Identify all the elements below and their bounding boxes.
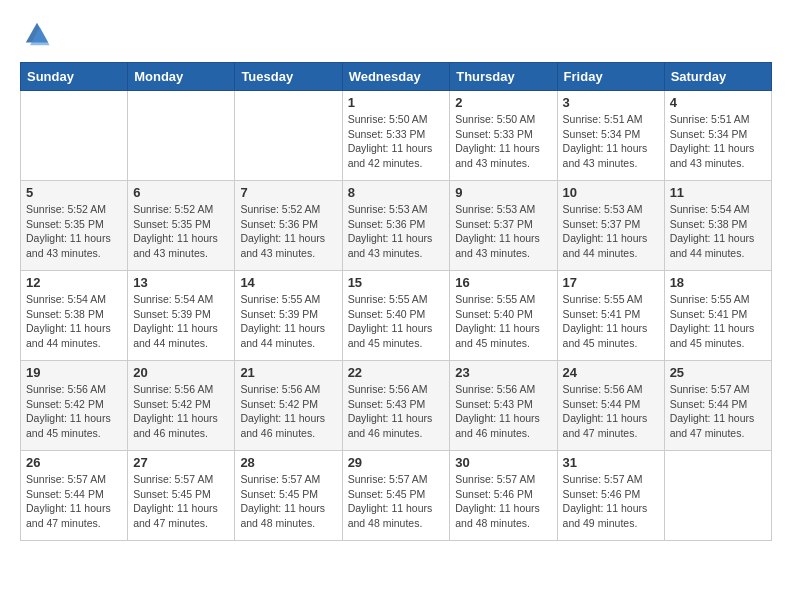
day-info: Sunrise: 5:57 AM Sunset: 5:45 PM Dayligh… [348, 472, 445, 531]
day-info: Sunrise: 5:52 AM Sunset: 5:36 PM Dayligh… [240, 202, 336, 261]
calendar-cell: 30Sunrise: 5:57 AM Sunset: 5:46 PM Dayli… [450, 451, 557, 541]
day-number: 16 [455, 275, 551, 290]
calendar-cell: 28Sunrise: 5:57 AM Sunset: 5:45 PM Dayli… [235, 451, 342, 541]
day-number: 7 [240, 185, 336, 200]
calendar-cell: 2Sunrise: 5:50 AM Sunset: 5:33 PM Daylig… [450, 91, 557, 181]
day-info: Sunrise: 5:52 AM Sunset: 5:35 PM Dayligh… [26, 202, 122, 261]
day-number: 2 [455, 95, 551, 110]
calendar-cell: 17Sunrise: 5:55 AM Sunset: 5:41 PM Dayli… [557, 271, 664, 361]
calendar-cell: 31Sunrise: 5:57 AM Sunset: 5:46 PM Dayli… [557, 451, 664, 541]
day-number: 18 [670, 275, 766, 290]
day-number: 26 [26, 455, 122, 470]
calendar-cell: 5Sunrise: 5:52 AM Sunset: 5:35 PM Daylig… [21, 181, 128, 271]
weekday-header-friday: Friday [557, 63, 664, 91]
day-number: 31 [563, 455, 659, 470]
day-number: 3 [563, 95, 659, 110]
day-number: 27 [133, 455, 229, 470]
calendar-cell: 4Sunrise: 5:51 AM Sunset: 5:34 PM Daylig… [664, 91, 771, 181]
day-info: Sunrise: 5:56 AM Sunset: 5:42 PM Dayligh… [133, 382, 229, 441]
weekday-header-sunday: Sunday [21, 63, 128, 91]
calendar-week-row: 5Sunrise: 5:52 AM Sunset: 5:35 PM Daylig… [21, 181, 772, 271]
day-number: 13 [133, 275, 229, 290]
weekday-header-tuesday: Tuesday [235, 63, 342, 91]
day-number: 12 [26, 275, 122, 290]
day-number: 10 [563, 185, 659, 200]
calendar-cell [128, 91, 235, 181]
calendar-cell: 13Sunrise: 5:54 AM Sunset: 5:39 PM Dayli… [128, 271, 235, 361]
day-info: Sunrise: 5:52 AM Sunset: 5:35 PM Dayligh… [133, 202, 229, 261]
day-number: 25 [670, 365, 766, 380]
day-number: 30 [455, 455, 551, 470]
calendar-cell: 29Sunrise: 5:57 AM Sunset: 5:45 PM Dayli… [342, 451, 450, 541]
calendar-cell: 23Sunrise: 5:56 AM Sunset: 5:43 PM Dayli… [450, 361, 557, 451]
day-number: 11 [670, 185, 766, 200]
day-info: Sunrise: 5:50 AM Sunset: 5:33 PM Dayligh… [455, 112, 551, 171]
calendar-week-row: 26Sunrise: 5:57 AM Sunset: 5:44 PM Dayli… [21, 451, 772, 541]
calendar-cell: 19Sunrise: 5:56 AM Sunset: 5:42 PM Dayli… [21, 361, 128, 451]
calendar-cell: 27Sunrise: 5:57 AM Sunset: 5:45 PM Dayli… [128, 451, 235, 541]
day-number: 24 [563, 365, 659, 380]
day-info: Sunrise: 5:53 AM Sunset: 5:36 PM Dayligh… [348, 202, 445, 261]
day-info: Sunrise: 5:53 AM Sunset: 5:37 PM Dayligh… [563, 202, 659, 261]
calendar-cell: 7Sunrise: 5:52 AM Sunset: 5:36 PM Daylig… [235, 181, 342, 271]
day-info: Sunrise: 5:54 AM Sunset: 5:38 PM Dayligh… [26, 292, 122, 351]
calendar-cell: 18Sunrise: 5:55 AM Sunset: 5:41 PM Dayli… [664, 271, 771, 361]
weekday-header-wednesday: Wednesday [342, 63, 450, 91]
calendar-cell [664, 451, 771, 541]
day-info: Sunrise: 5:57 AM Sunset: 5:45 PM Dayligh… [240, 472, 336, 531]
day-info: Sunrise: 5:50 AM Sunset: 5:33 PM Dayligh… [348, 112, 445, 171]
day-info: Sunrise: 5:56 AM Sunset: 5:42 PM Dayligh… [240, 382, 336, 441]
calendar-cell: 3Sunrise: 5:51 AM Sunset: 5:34 PM Daylig… [557, 91, 664, 181]
calendar-cell: 9Sunrise: 5:53 AM Sunset: 5:37 PM Daylig… [450, 181, 557, 271]
day-info: Sunrise: 5:56 AM Sunset: 5:43 PM Dayligh… [348, 382, 445, 441]
day-info: Sunrise: 5:53 AM Sunset: 5:37 PM Dayligh… [455, 202, 551, 261]
day-number: 20 [133, 365, 229, 380]
day-info: Sunrise: 5:51 AM Sunset: 5:34 PM Dayligh… [563, 112, 659, 171]
calendar-cell [235, 91, 342, 181]
day-number: 19 [26, 365, 122, 380]
day-number: 9 [455, 185, 551, 200]
day-number: 15 [348, 275, 445, 290]
day-number: 4 [670, 95, 766, 110]
day-number: 5 [26, 185, 122, 200]
calendar-cell: 24Sunrise: 5:56 AM Sunset: 5:44 PM Dayli… [557, 361, 664, 451]
calendar-cell: 15Sunrise: 5:55 AM Sunset: 5:40 PM Dayli… [342, 271, 450, 361]
day-info: Sunrise: 5:55 AM Sunset: 5:40 PM Dayligh… [455, 292, 551, 351]
day-number: 21 [240, 365, 336, 380]
calendar-cell: 22Sunrise: 5:56 AM Sunset: 5:43 PM Dayli… [342, 361, 450, 451]
day-info: Sunrise: 5:56 AM Sunset: 5:44 PM Dayligh… [563, 382, 659, 441]
calendar-cell: 11Sunrise: 5:54 AM Sunset: 5:38 PM Dayli… [664, 181, 771, 271]
day-number: 8 [348, 185, 445, 200]
calendar-cell: 12Sunrise: 5:54 AM Sunset: 5:38 PM Dayli… [21, 271, 128, 361]
day-info: Sunrise: 5:55 AM Sunset: 5:41 PM Dayligh… [563, 292, 659, 351]
calendar-week-row: 19Sunrise: 5:56 AM Sunset: 5:42 PM Dayli… [21, 361, 772, 451]
day-number: 22 [348, 365, 445, 380]
calendar-cell: 16Sunrise: 5:55 AM Sunset: 5:40 PM Dayli… [450, 271, 557, 361]
day-number: 29 [348, 455, 445, 470]
calendar-cell: 21Sunrise: 5:56 AM Sunset: 5:42 PM Dayli… [235, 361, 342, 451]
day-info: Sunrise: 5:57 AM Sunset: 5:46 PM Dayligh… [455, 472, 551, 531]
day-number: 1 [348, 95, 445, 110]
weekday-header-saturday: Saturday [664, 63, 771, 91]
day-info: Sunrise: 5:56 AM Sunset: 5:42 PM Dayligh… [26, 382, 122, 441]
day-info: Sunrise: 5:55 AM Sunset: 5:40 PM Dayligh… [348, 292, 445, 351]
day-info: Sunrise: 5:56 AM Sunset: 5:43 PM Dayligh… [455, 382, 551, 441]
day-number: 6 [133, 185, 229, 200]
calendar-cell: 1Sunrise: 5:50 AM Sunset: 5:33 PM Daylig… [342, 91, 450, 181]
calendar-week-row: 1Sunrise: 5:50 AM Sunset: 5:33 PM Daylig… [21, 91, 772, 181]
day-info: Sunrise: 5:57 AM Sunset: 5:44 PM Dayligh… [670, 382, 766, 441]
logo-icon [23, 20, 51, 48]
day-info: Sunrise: 5:57 AM Sunset: 5:46 PM Dayligh… [563, 472, 659, 531]
day-info: Sunrise: 5:54 AM Sunset: 5:39 PM Dayligh… [133, 292, 229, 351]
calendar-cell: 26Sunrise: 5:57 AM Sunset: 5:44 PM Dayli… [21, 451, 128, 541]
calendar-cell: 25Sunrise: 5:57 AM Sunset: 5:44 PM Dayli… [664, 361, 771, 451]
day-number: 17 [563, 275, 659, 290]
weekday-header-row: SundayMondayTuesdayWednesdayThursdayFrid… [21, 63, 772, 91]
day-number: 28 [240, 455, 336, 470]
day-info: Sunrise: 5:55 AM Sunset: 5:39 PM Dayligh… [240, 292, 336, 351]
calendar-cell: 10Sunrise: 5:53 AM Sunset: 5:37 PM Dayli… [557, 181, 664, 271]
weekday-header-thursday: Thursday [450, 63, 557, 91]
logo [20, 20, 51, 52]
day-number: 14 [240, 275, 336, 290]
day-info: Sunrise: 5:55 AM Sunset: 5:41 PM Dayligh… [670, 292, 766, 351]
